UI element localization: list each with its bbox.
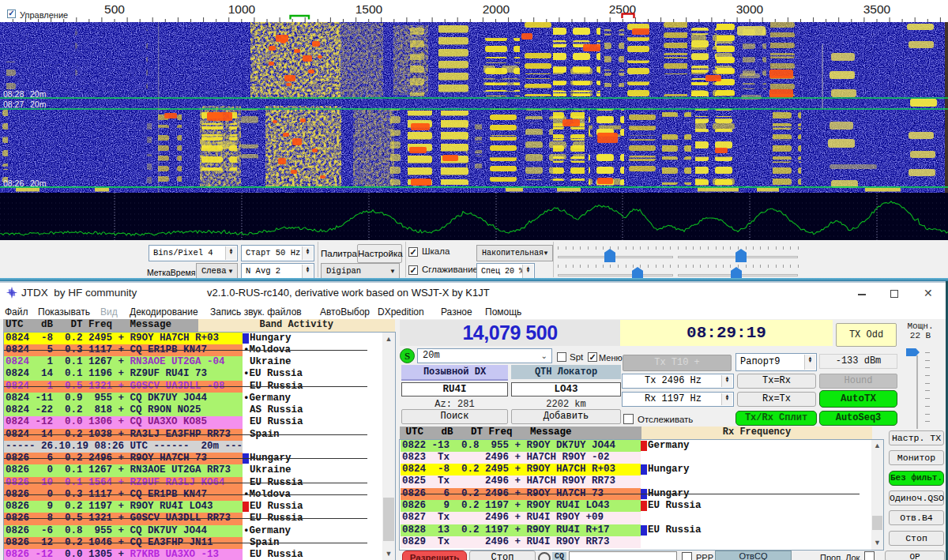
svg-text:20m: 20m <box>30 100 47 109</box>
svg-text:08:26: 08:26 <box>3 179 24 188</box>
svg-text:08:28: 08:28 <box>3 89 24 99</box>
svg-text:20m: 20m <box>30 179 47 188</box>
svg-text:20m: 20m <box>30 89 47 99</box>
svg-text:08:27: 08:27 <box>3 100 24 109</box>
